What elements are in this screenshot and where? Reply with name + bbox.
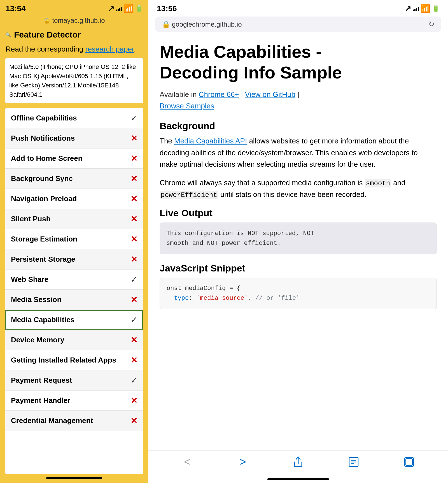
status-icons-right: ↗ 📶 🔋 [405, 4, 440, 13]
code-snippet-box: onst mediaConfig = { type: 'media-source… [160, 278, 437, 309]
intro-before: Read the corresponding [6, 45, 85, 53]
browse-link[interactable]: Browse Samples [160, 102, 214, 110]
feature-name-addtohome: Add to Home Screen [11, 154, 83, 163]
direction-icon-right: ↗ [405, 4, 411, 13]
chrome-link[interactable]: Chrome 66+ [199, 90, 239, 99]
time-left: 13:54 [6, 4, 26, 13]
share-button[interactable] [290, 456, 307, 468]
code-smooth: smooth [365, 179, 391, 187]
feature-name-bgsync: Background Sync [11, 174, 73, 183]
api-link[interactable]: Media Capabilities API [174, 137, 247, 145]
tabs-button[interactable] [401, 457, 417, 467]
live-output-box: This configuration is NOT supported, NOT… [160, 222, 437, 254]
address-bar-left[interactable]: 🔒 tomayac.github.io [0, 15, 148, 27]
feature-name-persist-storage: Persistent Storage [11, 255, 75, 264]
status-bar-left: 13:54 ↗ 📶 🔋 [0, 0, 148, 15]
x-icon-silentpush: ✕ [130, 214, 137, 224]
bg-p2-after: until stats on this device have been rec… [218, 190, 367, 199]
x-icon-mediasession: ✕ [130, 295, 137, 305]
x-icon-push: ✕ [130, 133, 137, 143]
check-icon-payment-req: ✓ [130, 375, 137, 385]
live-output-text: This configuration is NOT supported, NOT… [166, 229, 430, 248]
direction-icon-left: ↗ [108, 4, 114, 13]
code-power: powerEfficient [160, 191, 218, 199]
feature-row-persist-storage: Persistent Storage ✕ [5, 249, 143, 270]
address-bar-right[interactable]: 🔒 googlechrome.github.io ↻ [155, 17, 441, 32]
code-line2: type: 'media-source', // or 'file' [167, 295, 300, 302]
feature-name-push: Push Notifications [11, 134, 75, 143]
features-table: Offline Capabilities ✓ Push Notification… [5, 108, 143, 474]
feature-name-devmem: Device Memory [11, 336, 64, 344]
feature-name-installedapps: Getting Installed Related Apps [11, 356, 116, 364]
address-bar-right-container: 🔒 googlechrome.github.io ↻ [148, 15, 448, 36]
x-icon-devmem: ✕ [130, 335, 137, 345]
x-icon-addtohome: ✕ [130, 154, 137, 163]
feature-row-mediasession: Media Session ✕ [5, 290, 143, 310]
status-bar-right: 13:56 ↗ 📶 🔋 [148, 0, 448, 15]
wifi-icon-right: 📶 [421, 4, 430, 13]
feature-name-storage-est: Storage Estimation [11, 235, 77, 243]
bottom-nav: < > [148, 450, 448, 477]
lock-icon-left: 🔒 [43, 17, 50, 24]
feature-name-webshare: Web Share [11, 275, 48, 284]
useragent-box: Mozilla/5.0 (iPhone; CPU iPhone OS 12_2 … [5, 58, 143, 103]
bg-p1-before: The [160, 137, 174, 145]
bg-p2-mid: and [391, 178, 405, 187]
status-icons-left: ↗ 📶 🔋 [108, 4, 143, 13]
feature-row-addtohome: Add to Home Screen ✕ [5, 148, 143, 169]
js-snippet-heading: JavaScript Snippet [160, 263, 437, 274]
code-comment: , // or 'file' [248, 295, 300, 302]
feature-row-bgsync: Background Sync ✕ [5, 169, 143, 189]
bookmarks-button[interactable] [345, 457, 362, 467]
background-p2: Chrome will always say that a supported … [160, 177, 437, 201]
background-p1: The Media Capabilities API allows websit… [160, 135, 437, 170]
code-keyword: type [174, 295, 189, 302]
code-text: onst mediaConfig = { type: 'media-source… [167, 284, 430, 303]
lock-icon-right: 🔒 [162, 20, 170, 28]
background-heading: Background [160, 120, 437, 131]
code-line1: onst mediaConfig = { [167, 285, 241, 292]
feature-row-credential: Credential Management ✕ [5, 411, 143, 431]
battery-icon-right: 🔋 [432, 5, 440, 12]
sep1: | [239, 90, 245, 99]
time-right: 13:56 [157, 4, 177, 13]
page-header: 🔍 Feature Detector [0, 27, 148, 42]
availability-text: Available in [160, 90, 199, 99]
check-icon-offline: ✓ [130, 113, 137, 123]
intro-text: Read the corresponding research paper. [0, 42, 148, 58]
main-title: Media Capabilities - Decoding Info Sampl… [160, 41, 437, 83]
x-icon-installedapps: ✕ [130, 355, 137, 365]
page-icon: 🔍 [6, 32, 11, 38]
feature-name-navpreload: Navigation Preload [11, 194, 77, 203]
feature-row-payment-handler: Payment Handler ✕ [5, 391, 143, 411]
x-icon-credential: ✕ [130, 416, 137, 426]
useragent-text: Mozilla/5.0 (iPhone; CPU iPhone OS 12_2 … [9, 63, 136, 98]
forward-button[interactable]: > [234, 456, 251, 468]
feature-row-navpreload: Navigation Preload ✕ [5, 189, 143, 209]
x-icon-persist-storage: ✕ [130, 254, 137, 264]
address-left: tomayac.github.io [52, 17, 105, 24]
x-icon-navpreload: ✕ [130, 194, 137, 204]
signal-icon-left [116, 6, 122, 11]
feature-name-payment-req: Payment Request [11, 376, 72, 385]
signal-icon-right [413, 6, 419, 11]
reload-icon[interactable]: ↻ [428, 20, 435, 29]
left-panel: 13:54 ↗ 📶 🔋 🔒 tomayac.github.io 🔍 Featur… [0, 0, 148, 483]
feature-row-payment-req: Payment Request ✓ [5, 370, 143, 391]
check-icon-mediacap: ✓ [130, 315, 137, 325]
feature-row-installedapps: Getting Installed Related Apps ✕ [5, 350, 143, 370]
x-icon-storage-est: ✕ [130, 234, 137, 244]
feature-name-offline: Offline Capabilities [11, 114, 77, 122]
live-output-line2: smooth and NOT power efficient. [166, 240, 281, 247]
right-content: Media Capabilities - Decoding Info Sampl… [148, 36, 448, 450]
live-output-line1: This configuration is NOT supported, NOT [166, 230, 314, 237]
feature-row-mediacap: Media Capabilities ✓ [5, 310, 143, 330]
address-right: googlechrome.github.io [172, 20, 242, 28]
research-paper-link[interactable]: research paper [85, 45, 134, 53]
github-link[interactable]: View on GitHub [245, 90, 295, 99]
feature-name-mediasession: Media Session [11, 295, 62, 304]
feature-name-payment-handler: Payment Handler [11, 396, 70, 405]
back-button[interactable]: < [179, 456, 196, 468]
sep2: | [295, 90, 299, 99]
right-panel: 13:56 ↗ 📶 🔋 🔒 googlechrome.github.io ↻ M… [148, 0, 448, 483]
